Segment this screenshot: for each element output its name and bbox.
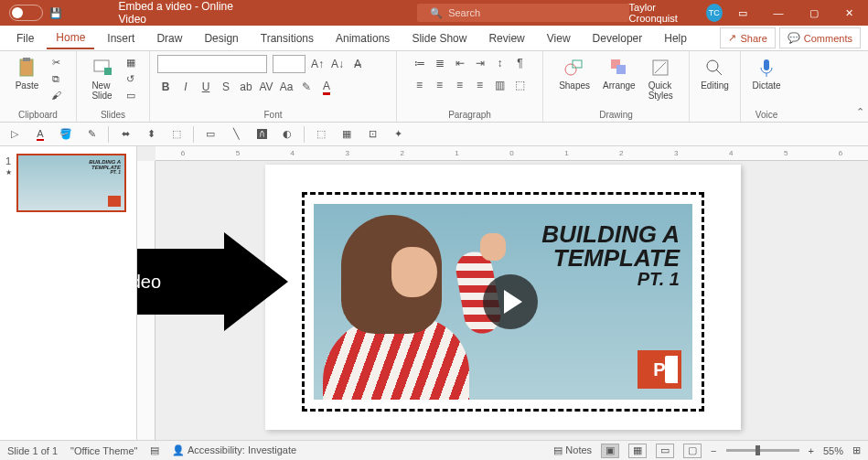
sorter-view-icon[interactable]: ▦ (628, 444, 647, 458)
qat-font-color-icon[interactable]: A (31, 125, 49, 144)
embedded-video[interactable]: BUILDING A TEMPLATE PT. 1 P (314, 204, 692, 400)
align-left-icon[interactable]: ≡ (412, 77, 428, 93)
video-placeholder-frame[interactable]: BUILDING A TEMPLATE PT. 1 P (302, 192, 704, 412)
indent-less-icon[interactable]: ⇤ (452, 55, 468, 71)
arrange-button[interactable]: Arrange (599, 55, 639, 92)
case-button[interactable]: Aa (278, 79, 295, 95)
tab-home[interactable]: Home (47, 27, 94, 49)
collapse-ribbon-icon[interactable]: ⌃ (856, 106, 864, 118)
zoom-slider[interactable] (726, 449, 799, 452)
thumb-preview-text: BUILDING ATEMPLATEPT. 1 (89, 159, 121, 175)
section-icon[interactable]: ▭ (123, 88, 139, 102)
indent-more-icon[interactable]: ⇥ (472, 55, 488, 71)
qat-group-icon[interactable]: ⬚ (167, 125, 186, 144)
strike-button[interactable]: S (218, 79, 234, 95)
qat-rectangle-icon[interactable]: ▭ (201, 125, 220, 144)
font-color-icon[interactable]: A (318, 79, 335, 95)
new-slide-button[interactable]: New Slide (88, 55, 117, 102)
qat-merge-icon[interactable]: ◐ (278, 125, 296, 144)
minimize-icon[interactable]: — (764, 0, 794, 26)
align-center-icon[interactable]: ≡ (432, 77, 448, 93)
zoom-level[interactable]: 55% (823, 445, 843, 456)
quickstyles-button[interactable]: Quick Styles (645, 55, 677, 102)
comments-button[interactable]: 💬Comments (779, 27, 861, 48)
normal-view-icon[interactable]: ▣ (601, 444, 619, 458)
qat-start-icon[interactable]: ▷ (5, 125, 24, 144)
shapes-button[interactable]: Shapes (555, 55, 594, 92)
shadow-button[interactable]: ab (238, 79, 254, 95)
dictate-button[interactable]: Dictate (748, 55, 784, 92)
clear-format-icon[interactable]: A̶ (349, 56, 366, 72)
tab-file[interactable]: File (7, 28, 43, 48)
autosave-toggle[interactable] (9, 5, 43, 21)
format-painter-icon[interactable]: 🖌 (48, 88, 64, 102)
qat-select-icon[interactable]: ⬚ (312, 125, 330, 144)
qat-textbox-icon[interactable]: 🅰 (252, 125, 271, 144)
line-spacing-icon[interactable]: ↕ (492, 55, 509, 71)
share-button[interactable]: ↗Share (720, 27, 775, 48)
bold-button[interactable]: B (157, 79, 174, 95)
slide-counter: Slide 1 of 1 (7, 445, 58, 456)
tab-draw[interactable]: Draw (147, 28, 191, 48)
tab-view[interactable]: View (538, 28, 580, 48)
group-paragraph: ≔ ≣ ⇤ ⇥ ↕ ¶ ≡ ≡ ≡ ≡ ▥ ⬚ Paragraph (397, 51, 543, 122)
play-button-icon[interactable] (483, 274, 538, 329)
numbering-icon[interactable]: ≣ (432, 55, 448, 71)
slide[interactable]: BUILDING A TEMPLATE PT. 1 P (265, 165, 741, 430)
maximize-icon[interactable]: ▢ (798, 0, 829, 26)
zoom-out-icon[interactable]: − (711, 445, 716, 456)
slideshow-view-icon[interactable]: ▢ (683, 444, 702, 458)
font-size-select[interactable] (273, 55, 305, 73)
thumbnail-pane[interactable]: 1 ★ BUILDING ATEMPLATEPT. 1 (0, 146, 137, 440)
qat-line-icon[interactable]: ╲ (227, 125, 245, 144)
text-direction-icon[interactable]: ¶ (512, 55, 529, 71)
close-icon[interactable]: ✕ (834, 0, 864, 26)
reading-view-icon[interactable]: ▭ (656, 444, 674, 458)
qat-overlap-icon[interactable]: ▦ (338, 125, 356, 144)
tab-developer[interactable]: Developer (584, 28, 652, 48)
qat-crop-icon[interactable]: ⊡ (363, 125, 381, 144)
copy-icon[interactable]: ⧉ (48, 71, 64, 86)
tab-insert[interactable]: Insert (98, 28, 144, 48)
highlight-icon[interactable]: ✎ (298, 79, 315, 95)
zoom-in-icon[interactable]: + (809, 445, 814, 456)
editing-button[interactable]: Editing (697, 55, 733, 92)
qat-align-left-icon[interactable]: ⬌ (116, 125, 134, 144)
bullets-icon[interactable]: ≔ (412, 55, 428, 71)
tab-help[interactable]: Help (655, 28, 696, 48)
tab-animations[interactable]: Animations (327, 28, 399, 48)
paste-button[interactable]: Paste (12, 55, 43, 92)
notes-button[interactable]: ▤ Notes (553, 444, 592, 456)
tab-slideshow[interactable]: Slide Show (402, 28, 476, 48)
spellcheck-icon[interactable]: ▤ (150, 444, 159, 456)
columns-icon[interactable]: ▥ (492, 77, 509, 93)
underline-button[interactable]: U (198, 79, 214, 95)
ribbon-display-icon[interactable]: ▭ (728, 0, 758, 26)
qat-align-top-icon[interactable]: ⬍ (142, 125, 160, 144)
font-family-select[interactable] (157, 55, 267, 73)
fit-window-icon[interactable]: ⊞ (852, 444, 861, 456)
cut-icon[interactable]: ✂ (48, 55, 64, 70)
qat-fill-icon[interactable]: 🪣 (57, 125, 75, 144)
smartart-icon[interactable]: ⬚ (512, 77, 529, 93)
layout-icon[interactable]: ▦ (123, 55, 139, 70)
tab-review[interactable]: Review (479, 28, 533, 48)
italic-button[interactable]: I (177, 79, 194, 95)
search-box[interactable]: 🔍 Search (417, 4, 628, 22)
justify-icon[interactable]: ≡ (472, 77, 488, 93)
qat-outline-icon[interactable]: ✎ (82, 125, 101, 144)
slide-canvas[interactable]: 6543210123456 BUILDING A TEMPLATE PT. 1 … (137, 146, 868, 440)
qat-effects-icon[interactable]: ✦ (389, 125, 407, 144)
spacing-button[interactable]: AV (258, 79, 274, 95)
user-avatar[interactable]: TC (706, 4, 723, 22)
increase-font-icon[interactable]: A↑ (309, 56, 326, 72)
accessibility-status[interactable]: 👤 Accessibility: Investigate (172, 444, 296, 456)
align-right-icon[interactable]: ≡ (452, 77, 468, 93)
reset-icon[interactable]: ↺ (123, 71, 139, 86)
tab-transitions[interactable]: Transitions (252, 28, 323, 48)
slide-thumbnail-1[interactable]: 1 ★ BUILDING ATEMPLATEPT. 1 (16, 154, 126, 212)
save-icon[interactable]: 💾 (48, 5, 64, 20)
svg-point-4 (565, 64, 576, 75)
decrease-font-icon[interactable]: A↓ (329, 56, 346, 72)
tab-design[interactable]: Design (195, 28, 247, 48)
